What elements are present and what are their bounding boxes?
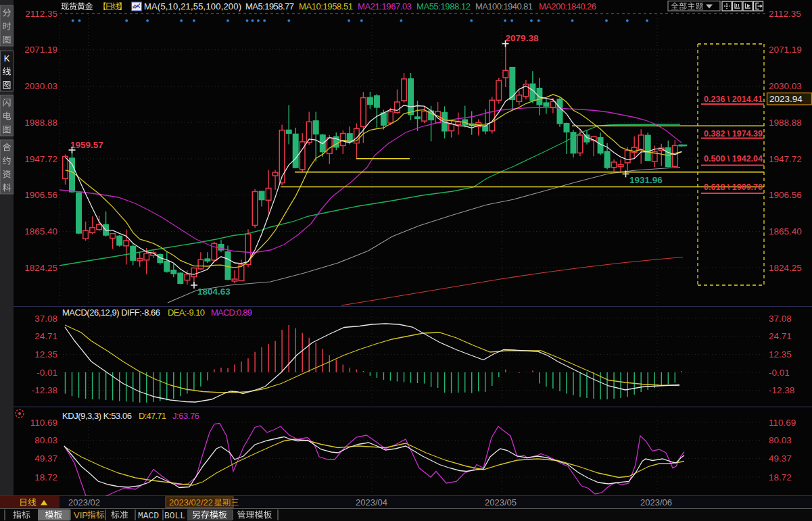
- svg-text:MA10:1958.51: MA10:1958.51: [299, 1, 353, 11]
- svg-text:49.37: 49.37: [34, 453, 57, 464]
- svg-text:80.03: 80.03: [769, 435, 792, 445]
- svg-text:2112.35: 2112.35: [769, 9, 801, 19]
- svg-text:1824.25: 1824.25: [24, 263, 57, 273]
- svg-text:1824.25: 1824.25: [769, 263, 802, 273]
- svg-text:1906.56: 1906.56: [769, 190, 802, 200]
- svg-text:0.500 \ 1942.04: 0.500 \ 1942.04: [704, 154, 763, 164]
- svg-text:80.03: 80.03: [34, 435, 57, 445]
- svg-text:2023.94: 2023.94: [769, 94, 803, 104]
- svg-text:18.72: 18.72: [34, 472, 57, 482]
- svg-text:K: K: [4, 53, 10, 64]
- svg-text:2079.38: 2079.38: [506, 33, 539, 43]
- svg-text:2030.03: 2030.03: [769, 81, 802, 91]
- svg-text:1947.72: 1947.72: [24, 154, 57, 164]
- svg-text:110.69: 110.69: [30, 418, 57, 428]
- svg-text:12.35: 12.35: [769, 349, 792, 359]
- svg-text:KDJ(9,3,3) K:53.06: KDJ(9,3,3) K:53.06: [62, 411, 132, 421]
- svg-text:0.618 \ 1909.70: 0.618 \ 1909.70: [704, 182, 763, 192]
- svg-text:1931.96: 1931.96: [629, 175, 663, 185]
- svg-text:2071.19: 2071.19: [24, 45, 57, 55]
- svg-text:2023/02: 2023/02: [68, 497, 100, 507]
- svg-text:1988.88: 1988.88: [24, 118, 57, 128]
- svg-text:-12.38: -12.38: [769, 385, 794, 395]
- svg-text:2023/04: 2023/04: [356, 497, 387, 507]
- svg-text:18.72: 18.72: [769, 472, 792, 482]
- svg-text:37.08: 37.08: [34, 314, 57, 324]
- svg-text:2023/06: 2023/06: [640, 497, 672, 507]
- svg-text:MA(5,10,21,55,100,200): MA(5,10,21,55,100,200): [144, 1, 241, 11]
- svg-text:MACD:0.89: MACD:0.89: [211, 307, 252, 318]
- svg-text:110.69: 110.69: [769, 418, 796, 428]
- svg-text:MA200:1840.26: MA200:1840.26: [539, 1, 596, 11]
- svg-text:J:63.76: J:63.76: [172, 411, 199, 421]
- svg-text:MA100:1940.81: MA100:1940.81: [475, 1, 533, 11]
- svg-text:12.35: 12.35: [34, 349, 57, 359]
- svg-text:-0.01: -0.01: [37, 368, 57, 378]
- svg-text:DEA:-9.10: DEA:-9.10: [168, 307, 205, 318]
- svg-text:49.37: 49.37: [769, 453, 792, 464]
- svg-text:-12.38: -12.38: [32, 385, 57, 395]
- svg-text:0.382 \ 1974.39: 0.382 \ 1974.39: [704, 129, 763, 139]
- svg-text:-0.01: -0.01: [769, 368, 790, 378]
- svg-text:MA5:1958.77: MA5:1958.77: [245, 1, 294, 11]
- svg-text:VIP: VIP: [74, 510, 88, 520]
- svg-text:1959.57: 1959.57: [70, 140, 103, 150]
- svg-text:D:47.71: D:47.71: [139, 411, 166, 421]
- svg-text:MA55:1988.12: MA55:1988.12: [416, 1, 471, 11]
- svg-text:2023/05: 2023/05: [485, 497, 517, 507]
- svg-text:2112.35: 2112.35: [25, 9, 57, 19]
- svg-text:MA21:1967.03: MA21:1967.03: [358, 1, 412, 11]
- svg-text:0.236 \ 2014.41: 0.236 \ 2014.41: [704, 95, 763, 104]
- svg-text:1947.72: 1947.72: [769, 154, 802, 164]
- svg-text:1906.56: 1906.56: [24, 190, 57, 200]
- svg-text:37.08: 37.08: [769, 314, 792, 324]
- svg-text:1865.40: 1865.40: [769, 226, 802, 237]
- svg-text:MACD: MACD: [138, 511, 159, 521]
- svg-text:BOLL: BOLL: [164, 511, 185, 521]
- svg-text:2071.19: 2071.19: [769, 45, 802, 55]
- svg-text:1804.63: 1804.63: [197, 287, 231, 297]
- svg-text:2030.03: 2030.03: [24, 81, 57, 91]
- svg-text:2023/02/22: 2023/02/22: [169, 497, 213, 507]
- svg-text:24.71: 24.71: [769, 331, 792, 341]
- svg-text:1865.40: 1865.40: [24, 226, 57, 237]
- svg-text:1988.88: 1988.88: [769, 118, 802, 128]
- svg-text:MACD(26,12,9) DIFF:-8.66: MACD(26,12,9) DIFF:-8.66: [62, 307, 160, 318]
- svg-text:24.71: 24.71: [34, 331, 57, 341]
